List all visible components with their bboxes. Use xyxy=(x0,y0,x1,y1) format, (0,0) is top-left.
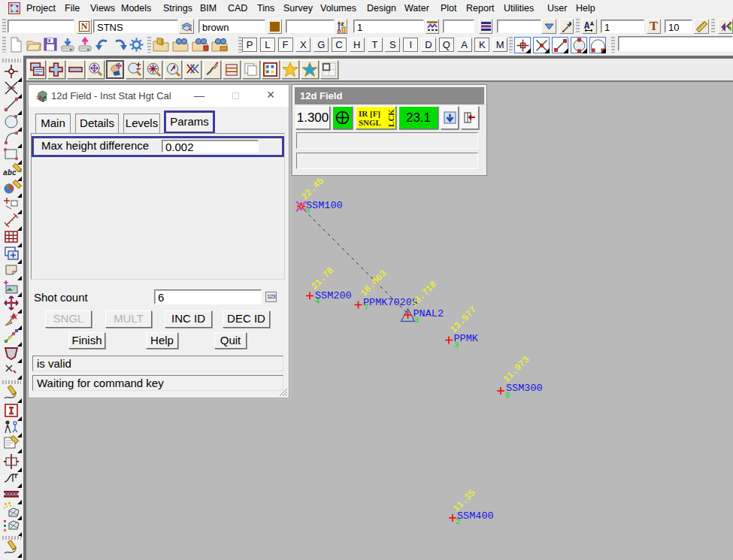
svg-text:SSM400: SSM400 xyxy=(457,510,494,522)
svg-text:3: 3 xyxy=(454,341,459,350)
svg-text:13.577: 13.577 xyxy=(448,304,478,334)
svg-text:0: 0 xyxy=(505,391,510,400)
svg-text:22.45: 22.45 xyxy=(299,176,326,202)
svg-text:SSM100: SSM100 xyxy=(306,200,343,211)
svg-text:3: 3 xyxy=(414,316,419,325)
svg-text:11.973: 11.973 xyxy=(501,354,532,384)
svg-text:21.78: 21.78 xyxy=(309,265,335,292)
svg-text:12: 12 xyxy=(36,95,42,101)
svg-text:SSM300: SSM300 xyxy=(506,383,543,394)
svg-text:SSM200: SSM200 xyxy=(315,290,352,301)
svg-text:4: 4 xyxy=(315,297,320,306)
svg-text:18.718: 18.718 xyxy=(408,279,438,309)
svg-text:2: 2 xyxy=(456,517,460,526)
svg-text:18.063: 18.063 xyxy=(359,268,389,298)
svg-text:3: 3 xyxy=(305,206,310,215)
svg-text:7: 7 xyxy=(364,303,368,312)
